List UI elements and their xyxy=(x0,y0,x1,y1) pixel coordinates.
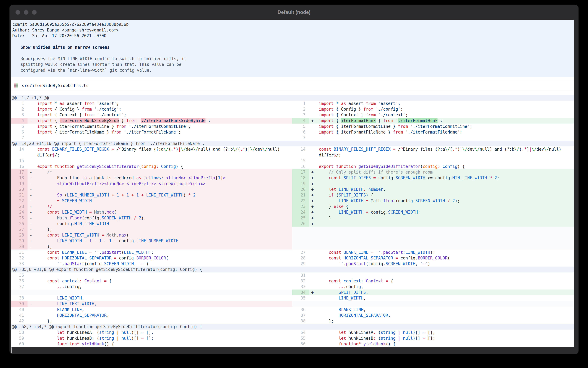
line-number: 55 xyxy=(292,335,309,341)
file-header: src/iterSideBySideDiffs.ts xyxy=(11,80,574,91)
diff-row: 17- /*17+ // Only split diffs if there's… xyxy=(11,169,574,175)
code-text: }; xyxy=(319,318,574,324)
diff-file-icon xyxy=(14,83,18,88)
code-text: ''.padStart(config.SCREEN_WIDTH, '—') xyxy=(37,261,292,267)
diff-row: 36 const context: Context = {32 const co… xyxy=(11,278,574,284)
right-context-line: 55 let hunkLinesB: (string | null)[] = [… xyxy=(292,335,574,341)
right-context-line: 27 const BLANK_LINE = ''.padStart(LINE_W… xyxy=(292,249,574,255)
diff-row: 29- LINE_WIDTH - 1 - 1 - 1 - config.LINE… xyxy=(11,238,574,244)
left-context-line: 36 const context: Context = { xyxy=(11,278,292,284)
diff-marker xyxy=(27,307,37,313)
diff-marker xyxy=(309,124,319,129)
line-number xyxy=(11,290,27,295)
diff-marker: - xyxy=(27,209,37,215)
code-text: import { Config } from './config'; xyxy=(319,106,574,112)
right-filler xyxy=(292,301,574,307)
line-number: 21 xyxy=(11,192,27,198)
diff-marker xyxy=(309,284,319,290)
diff-marker: - xyxy=(27,238,37,244)
right-context-line: 37 HORIZONTAL_SEPARATOR, xyxy=(292,313,574,318)
line-number xyxy=(292,152,309,158)
line-number: 15 xyxy=(11,158,27,164)
left-context-line: 3import { Context } from './context'; xyxy=(11,112,292,118)
line-number xyxy=(292,238,309,244)
right-filler xyxy=(292,238,574,244)
code-text xyxy=(319,244,574,249)
left-context-line: 37 ...config, xyxy=(11,284,292,290)
left-context-line: 38 LINE_WIDTH, xyxy=(11,295,292,301)
diff-marker xyxy=(27,164,37,169)
right-added-line: 4+import { iterFormatHunk } from './iter… xyxy=(292,118,574,123)
diff-row: 16export function getSideBySideDiffItera… xyxy=(11,164,574,169)
diff-marker xyxy=(309,301,319,307)
left-removed-line: 20- xyxy=(11,186,292,192)
code-text xyxy=(319,272,574,278)
right-added-line: 20+ let LINE_WIDTH: number; xyxy=(292,186,574,192)
diff-row: 3531 xyxy=(11,272,574,278)
line-number: 28 xyxy=(292,255,309,261)
diff-marker xyxy=(27,313,37,318)
line-number: 58 xyxy=(11,330,27,335)
line-number: 37 xyxy=(11,284,27,290)
diff-marker: + xyxy=(309,209,319,215)
diff-row: 24- const LINE_WIDTH = Math.max(24+ LINE… xyxy=(11,209,574,215)
commit-body-line: configured via the `min-line-width` git … xyxy=(12,67,574,73)
diff-marker xyxy=(27,335,37,341)
commit-meta-lines: commit 5a00d16095a255b57c762289fa434e180… xyxy=(12,21,574,39)
line-number: 23 xyxy=(11,204,27,209)
right-context-line: 54 let hunkLinesA: (string | null)[] = [… xyxy=(292,330,574,335)
left-context-line: 1import * as assert from 'assert'; xyxy=(11,101,292,106)
right-added-line: 22+ LINE_WIDTH = Math.floor(config.SCREE… xyxy=(292,198,574,204)
line-number: 24 xyxy=(11,209,27,215)
diff-marker xyxy=(27,261,37,267)
code-text: import { Context } from './context'; xyxy=(319,112,574,118)
diff-marker xyxy=(27,255,37,261)
line-number: 19 xyxy=(292,181,309,186)
line-number xyxy=(292,244,309,249)
line-number: 20 xyxy=(11,186,27,192)
code-text: let hunkLinesB: (string | null)[] = []; xyxy=(37,335,292,341)
hunk-header: @@ -1,7 +1,7 @@ xyxy=(11,95,574,101)
diff-marker xyxy=(27,290,37,295)
line-number: 18 xyxy=(11,175,27,181)
right-added-line: 23+ } else { xyxy=(292,204,574,209)
line-number: 27 xyxy=(11,227,27,232)
right-filler xyxy=(292,227,574,232)
code-text: const SPLIT_DIFFS = config.SCREEN_WIDTH … xyxy=(319,175,574,181)
code-text xyxy=(319,221,574,227)
diff-row: 33 ''.padStart(config.SCREEN_WIDTH, '—')… xyxy=(11,261,574,267)
code-text: Each line in a hunk is rendered as follo… xyxy=(37,175,292,181)
left-context-line: 2import { Config } from './config'; xyxy=(11,106,292,112)
line-number: 19 xyxy=(11,181,27,186)
left-removed-line: 28- const LINE_TEXT_WIDTH = Math.max( xyxy=(11,232,292,238)
diff-marker xyxy=(27,112,37,118)
spacer xyxy=(11,91,574,95)
diff-marker xyxy=(27,129,37,135)
terminal-cursor[interactable] xyxy=(11,347,11,353)
left-removed-line: 4-import { iterFormatHunkSideBySide } fr… xyxy=(11,118,292,123)
code-text xyxy=(319,232,574,238)
code-text: ); xyxy=(37,227,292,232)
code-text: LINE_WIDTH - 1 - 1 - 1 - config.LINE_NUM… xyxy=(37,238,292,244)
left-removed-line: 21- So (LINE_NUMBER_WIDTH + 1 + 1 + 1 + … xyxy=(11,192,292,198)
diff-row: 1515 xyxy=(11,158,574,164)
line-number: 29 xyxy=(292,261,309,267)
code-text: } else { xyxy=(319,204,574,209)
line-number: 38 xyxy=(11,295,27,301)
line-number: 34 xyxy=(292,290,309,295)
diff-marker xyxy=(27,146,37,152)
code-text xyxy=(37,272,292,278)
left-removed-line: 25- Math.floor(config.SCREEN_WIDTH / 2), xyxy=(11,215,292,221)
right-context-line: 7 xyxy=(292,135,574,141)
code-text: <lineWithoutPrefix><lineNo> <linePrefix>… xyxy=(37,181,292,186)
code-text: BLANK_LINE, xyxy=(37,307,292,313)
code-text xyxy=(37,158,292,164)
diff-row: 31 const BLANK_LINE = ''.padStart(LINE_W… xyxy=(11,249,574,255)
left-removed-line: 27- ); xyxy=(11,227,292,232)
diff-marker xyxy=(309,158,319,164)
line-number: 2 xyxy=(11,106,27,112)
code-text: ''.padStart(config.SCREEN_WIDTH, '—') xyxy=(319,261,574,267)
line-number: 23 xyxy=(292,204,309,209)
diff-marker xyxy=(309,112,319,118)
code-text: import * as assert from 'assert'; xyxy=(37,101,292,106)
